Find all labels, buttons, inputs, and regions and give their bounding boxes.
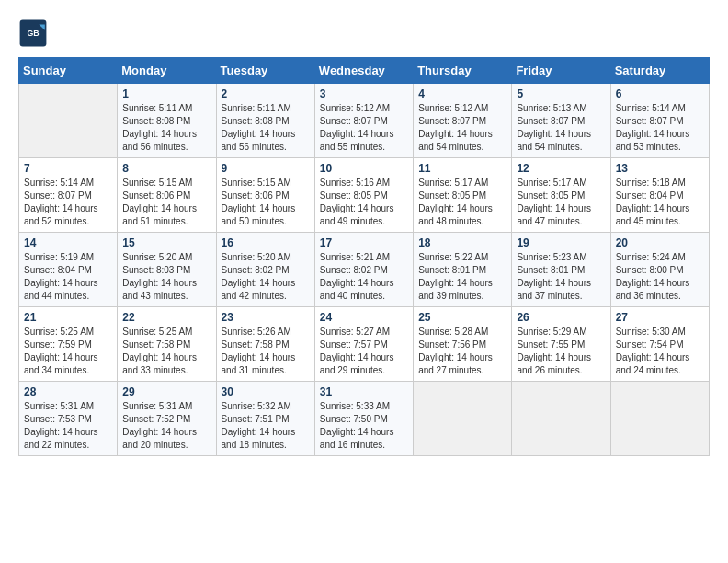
calendar-cell: 23Sunrise: 5:26 AM Sunset: 7:58 PM Dayli… <box>216 307 314 382</box>
calendar-cell: 4Sunrise: 5:12 AM Sunset: 8:07 PM Daylig… <box>414 84 512 158</box>
calendar-cell <box>512 382 610 456</box>
calendar-week-5: 28Sunrise: 5:31 AM Sunset: 7:53 PM Dayli… <box>19 382 710 456</box>
day-info: Sunrise: 5:14 AM Sunset: 8:07 PM Dayligh… <box>24 177 112 228</box>
day-number: 8 <box>122 162 210 175</box>
day-header-wednesday: Wednesday <box>314 58 413 84</box>
calendar-cell: 7Sunrise: 5:14 AM Sunset: 8:07 PM Daylig… <box>19 158 118 233</box>
day-info: Sunrise: 5:12 AM Sunset: 8:07 PM Dayligh… <box>418 102 506 154</box>
day-info: Sunrise: 5:23 AM Sunset: 8:01 PM Dayligh… <box>517 251 605 303</box>
day-number: 5 <box>517 87 605 100</box>
day-info: Sunrise: 5:15 AM Sunset: 8:06 PM Dayligh… <box>122 177 210 228</box>
day-info: Sunrise: 5:21 AM Sunset: 8:02 PM Dayligh… <box>320 251 408 303</box>
calendar-cell: 13Sunrise: 5:18 AM Sunset: 8:04 PM Dayli… <box>610 158 709 233</box>
day-number: 20 <box>616 236 704 249</box>
calendar-cell: 18Sunrise: 5:22 AM Sunset: 8:01 PM Dayli… <box>414 233 512 307</box>
day-number: 25 <box>418 311 506 324</box>
day-number: 24 <box>320 311 408 324</box>
day-info: Sunrise: 5:14 AM Sunset: 8:07 PM Dayligh… <box>616 102 704 154</box>
calendar-cell: 16Sunrise: 5:20 AM Sunset: 8:02 PM Dayli… <box>216 233 314 307</box>
day-info: Sunrise: 5:30 AM Sunset: 7:54 PM Dayligh… <box>616 326 704 377</box>
day-number: 3 <box>320 87 408 100</box>
day-number: 9 <box>222 162 310 175</box>
calendar-week-2: 7Sunrise: 5:14 AM Sunset: 8:07 PM Daylig… <box>19 158 710 233</box>
day-info: Sunrise: 5:11 AM Sunset: 8:08 PM Dayligh… <box>222 102 310 154</box>
day-info: Sunrise: 5:26 AM Sunset: 7:58 PM Dayligh… <box>222 326 310 377</box>
calendar-cell <box>19 84 118 158</box>
day-header-sunday: Sunday <box>19 58 118 84</box>
day-header-monday: Monday <box>118 58 216 84</box>
calendar-cell <box>610 382 709 456</box>
day-number: 18 <box>418 236 506 249</box>
day-info: Sunrise: 5:31 AM Sunset: 7:53 PM Dayligh… <box>24 400 112 452</box>
calendar-cell: 12Sunrise: 5:17 AM Sunset: 8:05 PM Dayli… <box>512 158 610 233</box>
svg-text:GB: GB <box>27 29 39 38</box>
day-info: Sunrise: 5:12 AM Sunset: 8:07 PM Dayligh… <box>320 102 408 154</box>
logo-icon: GB <box>18 18 48 48</box>
day-info: Sunrise: 5:33 AM Sunset: 7:50 PM Dayligh… <box>320 400 408 452</box>
day-info: Sunrise: 5:32 AM Sunset: 7:51 PM Dayligh… <box>222 400 310 452</box>
day-number: 22 <box>122 311 210 324</box>
day-number: 19 <box>517 236 605 249</box>
day-number: 16 <box>222 236 310 249</box>
day-info: Sunrise: 5:13 AM Sunset: 8:07 PM Dayligh… <box>517 102 605 154</box>
calendar-cell: 30Sunrise: 5:32 AM Sunset: 7:51 PM Dayli… <box>216 382 314 456</box>
calendar-cell: 29Sunrise: 5:31 AM Sunset: 7:52 PM Dayli… <box>118 382 216 456</box>
calendar-cell: 20Sunrise: 5:24 AM Sunset: 8:00 PM Dayli… <box>610 233 709 307</box>
day-header-friday: Friday <box>512 58 610 84</box>
calendar-cell: 25Sunrise: 5:28 AM Sunset: 7:56 PM Dayli… <box>414 307 512 382</box>
day-number: 10 <box>320 162 408 175</box>
day-info: Sunrise: 5:22 AM Sunset: 8:01 PM Dayligh… <box>418 251 506 303</box>
day-number: 27 <box>616 311 704 324</box>
day-number: 15 <box>122 236 210 249</box>
calendar-header-row: SundayMondayTuesdayWednesdayThursdayFrid… <box>19 58 710 84</box>
day-number: 11 <box>418 162 506 175</box>
calendar-cell: 6Sunrise: 5:14 AM Sunset: 8:07 PM Daylig… <box>610 84 709 158</box>
day-info: Sunrise: 5:20 AM Sunset: 8:02 PM Dayligh… <box>222 251 310 303</box>
day-number: 31 <box>320 385 408 398</box>
calendar-cell: 24Sunrise: 5:27 AM Sunset: 7:57 PM Dayli… <box>314 307 413 382</box>
calendar-cell: 11Sunrise: 5:17 AM Sunset: 8:05 PM Dayli… <box>414 158 512 233</box>
day-number: 14 <box>24 236 112 249</box>
day-info: Sunrise: 5:28 AM Sunset: 7:56 PM Dayligh… <box>418 326 506 377</box>
calendar-cell: 19Sunrise: 5:23 AM Sunset: 8:01 PM Dayli… <box>512 233 610 307</box>
calendar-cell: 15Sunrise: 5:20 AM Sunset: 8:03 PM Dayli… <box>118 233 216 307</box>
day-info: Sunrise: 5:18 AM Sunset: 8:04 PM Dayligh… <box>616 177 704 228</box>
calendar-table: SundayMondayTuesdayWednesdayThursdayFrid… <box>18 57 710 456</box>
day-info: Sunrise: 5:16 AM Sunset: 8:05 PM Dayligh… <box>320 177 408 228</box>
calendar-cell: 28Sunrise: 5:31 AM Sunset: 7:53 PM Dayli… <box>19 382 118 456</box>
calendar-body: 1Sunrise: 5:11 AM Sunset: 8:08 PM Daylig… <box>19 84 710 456</box>
calendar-cell: 22Sunrise: 5:25 AM Sunset: 7:58 PM Dayli… <box>118 307 216 382</box>
day-number: 29 <box>122 385 210 398</box>
calendar-cell: 26Sunrise: 5:29 AM Sunset: 7:55 PM Dayli… <box>512 307 610 382</box>
calendar-week-1: 1Sunrise: 5:11 AM Sunset: 8:08 PM Daylig… <box>19 84 710 158</box>
day-number: 28 <box>24 385 112 398</box>
day-info: Sunrise: 5:11 AM Sunset: 8:08 PM Dayligh… <box>122 102 210 154</box>
day-number: 23 <box>222 311 310 324</box>
calendar-cell: 14Sunrise: 5:19 AM Sunset: 8:04 PM Dayli… <box>19 233 118 307</box>
calendar-cell: 9Sunrise: 5:15 AM Sunset: 8:06 PM Daylig… <box>216 158 314 233</box>
calendar-cell: 27Sunrise: 5:30 AM Sunset: 7:54 PM Dayli… <box>610 307 709 382</box>
calendar-cell <box>414 382 512 456</box>
day-number: 30 <box>222 385 310 398</box>
calendar-cell: 10Sunrise: 5:16 AM Sunset: 8:05 PM Dayli… <box>314 158 413 233</box>
day-info: Sunrise: 5:25 AM Sunset: 7:58 PM Dayligh… <box>122 326 210 377</box>
calendar-cell: 8Sunrise: 5:15 AM Sunset: 8:06 PM Daylig… <box>118 158 216 233</box>
day-number: 6 <box>616 87 704 100</box>
page-header: GB <box>18 18 710 48</box>
day-number: 7 <box>24 162 112 175</box>
day-number: 1 <box>122 87 210 100</box>
day-info: Sunrise: 5:29 AM Sunset: 7:55 PM Dayligh… <box>517 326 605 377</box>
day-number: 12 <box>517 162 605 175</box>
calendar-cell: 1Sunrise: 5:11 AM Sunset: 8:08 PM Daylig… <box>118 84 216 158</box>
calendar-cell: 3Sunrise: 5:12 AM Sunset: 8:07 PM Daylig… <box>314 84 413 158</box>
day-number: 17 <box>320 236 408 249</box>
day-number: 21 <box>24 311 112 324</box>
day-info: Sunrise: 5:27 AM Sunset: 7:57 PM Dayligh… <box>320 326 408 377</box>
day-info: Sunrise: 5:31 AM Sunset: 7:52 PM Dayligh… <box>122 400 210 452</box>
day-info: Sunrise: 5:15 AM Sunset: 8:06 PM Dayligh… <box>222 177 310 228</box>
day-number: 4 <box>418 87 506 100</box>
day-number: 2 <box>222 87 310 100</box>
day-info: Sunrise: 5:25 AM Sunset: 7:59 PM Dayligh… <box>24 326 112 377</box>
calendar-cell: 31Sunrise: 5:33 AM Sunset: 7:50 PM Dayli… <box>314 382 413 456</box>
day-info: Sunrise: 5:19 AM Sunset: 8:04 PM Dayligh… <box>24 251 112 303</box>
